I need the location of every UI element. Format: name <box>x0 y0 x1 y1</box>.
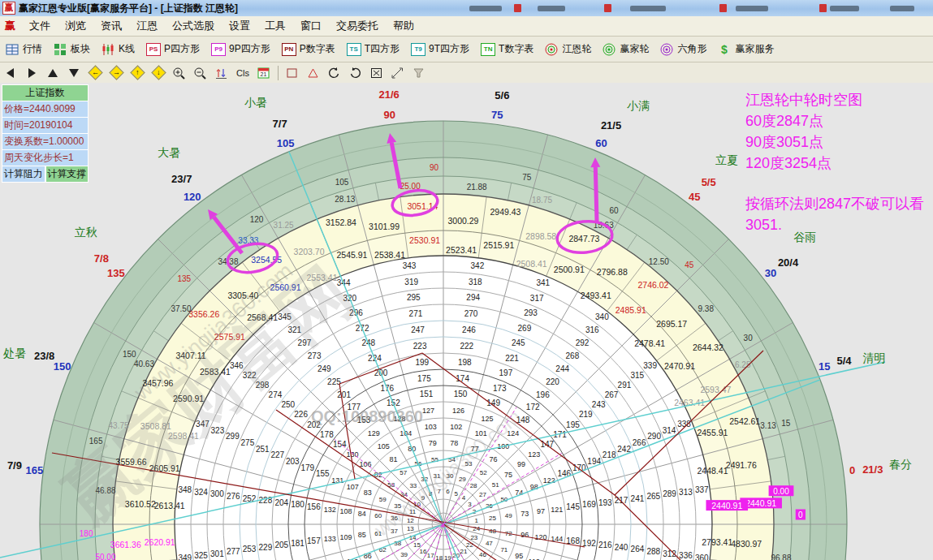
square-tool-icon[interactable] <box>283 64 302 81</box>
solar-term-label: 立秋 <box>75 226 97 239</box>
diamond-up-icon[interactable]: ↑ <box>127 64 147 81</box>
spiral-number: 132 <box>324 506 336 514</box>
menu-item-设置[interactable]: 设置 <box>222 17 257 35</box>
calc-button-support[interactable]: 计算支撑 <box>45 166 89 183</box>
up-arrow-icon[interactable] <box>43 64 63 81</box>
drawing-toolbar: ←→↑↓Cls21 <box>0 62 933 84</box>
menu-bar: 赢 文件浏览资讯江恩公式选股设置工具窗口交易委托帮助 <box>0 16 933 37</box>
menu-item-帮助[interactable]: 帮助 <box>386 17 421 35</box>
toolbar-button-9P四方形[interactable]: P99P四方形 <box>205 39 276 59</box>
menu-item-交易委托[interactable]: 交易委托 <box>329 17 386 35</box>
spiral-number: 325 <box>194 551 208 560</box>
forward-arrow-icon[interactable] <box>22 64 41 81</box>
spiral-number: 51 <box>492 481 499 489</box>
spiral-number: 195 <box>566 420 580 429</box>
diamond-right-icon: → <box>109 65 123 80</box>
degree-value: 96.88 <box>771 554 791 560</box>
toolbar-button-T四方形[interactable]: TST四方形 <box>341 39 405 59</box>
date-label: 5/5 <box>702 176 716 188</box>
box-x-icon[interactable] <box>367 64 387 81</box>
inner-price-value: 2470.91 <box>664 361 695 371</box>
solar-term-label: 处暑 <box>2 347 26 360</box>
zoom-out-icon[interactable] <box>191 64 210 81</box>
spiral-number: 196 <box>536 390 550 399</box>
menu-item-浏览[interactable]: 浏览 <box>58 17 93 35</box>
panel-buttons: 计算阻力计算支撑 <box>2 166 89 183</box>
menu-item-窗口[interactable]: 窗口 <box>293 17 329 35</box>
spiral-number: 342 <box>471 261 485 270</box>
degree-ring-label: 120 <box>250 215 264 224</box>
degree-ring-label: 0 <box>798 510 803 519</box>
toolbar-button-P数字表[interactable]: PNP数字表 <box>276 39 341 59</box>
calc-button-resistance[interactable]: 计算阻力 <box>2 166 45 183</box>
inner-price-value: 2508.41 <box>516 259 547 269</box>
toolbar-button-江恩轮[interactable]: 江恩轮 <box>539 39 597 59</box>
spiral-number: 318 <box>469 278 482 286</box>
toolbar-button-赢家轮[interactable]: 赢家轮 <box>597 39 654 59</box>
degree-value: 12.50 <box>649 257 669 266</box>
spiral-number: 5 <box>454 490 458 498</box>
degree-ring-label: 30 <box>744 334 754 342</box>
menu-item-资讯[interactable]: 资讯 <box>93 17 129 35</box>
date-label: 7/7 <box>273 118 287 130</box>
back-arrow-icon[interactable] <box>1 64 20 81</box>
resize-icon[interactable] <box>388 64 408 81</box>
spiral-number: 79 <box>429 439 437 447</box>
triangle-tool-icon[interactable] <box>304 64 323 81</box>
down-arrow-icon[interactable] <box>64 64 84 81</box>
degree-ring-label: 150 <box>123 350 136 359</box>
menu-item-文件[interactable]: 文件 <box>22 17 58 35</box>
degree-ring-label: 90 <box>430 163 439 172</box>
spiral-number: 192 <box>582 539 596 548</box>
cls-button[interactable]: Cls <box>233 64 253 81</box>
spiral-number: 23 <box>470 534 477 541</box>
rotate-cw-icon[interactable] <box>346 64 365 81</box>
toolbar-separator <box>278 66 279 80</box>
toolbar-button-label: K线 <box>119 42 135 56</box>
spiral-number: 316 <box>585 325 599 334</box>
outer-degree-label: 0 <box>849 464 855 476</box>
inner-price-value: 2500.91 <box>554 265 585 274</box>
toolbar-button-label: 江恩轮 <box>562 42 591 56</box>
spiral-number: 271 <box>409 309 423 318</box>
price-updown-icon[interactable] <box>212 64 231 81</box>
menu-item-江恩[interactable]: 江恩 <box>129 17 165 35</box>
diamond-right-icon[interactable]: → <box>106 64 126 81</box>
spiral-number: 242 <box>617 445 631 454</box>
menu-item-公式选股[interactable]: 公式选股 <box>165 17 222 35</box>
zoom-in-icon[interactable] <box>170 64 189 81</box>
toolbar-button-板块[interactable]: 板块 <box>48 39 96 59</box>
toolbar-button-K线[interactable]: K线 <box>96 39 140 59</box>
toolbar-button-六角形[interactable]: 六角形 <box>654 39 712 59</box>
diamond-down-icon[interactable]: ↓ <box>149 64 168 81</box>
analyst-annotation: 江恩轮中轮时空图60度2847点90度3051点120度3254点按循环法则28… <box>745 89 933 235</box>
toolbar-button-T数字表[interactable]: TNT数字表 <box>475 39 539 59</box>
instrument-name: 上证指数 <box>2 84 89 101</box>
toolbar-button-行情[interactable]: 行情 <box>0 39 48 59</box>
calendar-icon[interactable]: 21 <box>254 64 274 81</box>
spiral-number: 172 <box>526 403 540 411</box>
toolbar-button-赢家服务[interactable]: $赢家服务 <box>712 39 780 59</box>
annotation-line: 90度3051点 <box>745 131 933 153</box>
toolbar-button-P四方形[interactable]: PSP四方形 <box>140 39 205 59</box>
annotation-arrow <box>595 167 597 222</box>
main-toolbar: 行情板块K线PSP四方形P99P四方形PNP数字表TST四方形T99T四方形TN… <box>0 37 933 62</box>
spiral-number: 315 <box>630 371 644 380</box>
annotation-gap <box>745 174 933 193</box>
spiral-number: 75 <box>504 471 512 479</box>
spiral-number: 39 <box>400 551 408 558</box>
diamond-left-icon[interactable]: ← <box>85 64 105 81</box>
toolbar-button-9T四方形[interactable]: T99T四方形 <box>405 39 475 59</box>
rotate-ccw-icon[interactable] <box>325 64 344 81</box>
outer-degree-label: 90 <box>383 109 395 121</box>
spiral-number: 47 <box>486 540 493 547</box>
spiral-number: 204 <box>274 498 288 507</box>
spiral-number: 197 <box>499 368 513 377</box>
gann-wheel-icon <box>545 43 559 56</box>
spiral-number: 269 <box>518 324 532 333</box>
menu-item-工具[interactable]: 工具 <box>257 17 293 35</box>
spiral-number: 336 <box>679 551 693 560</box>
spiral-number: 249 <box>317 364 331 373</box>
funnel-icon[interactable] <box>409 64 429 81</box>
spiral-number: 25 <box>489 515 496 522</box>
